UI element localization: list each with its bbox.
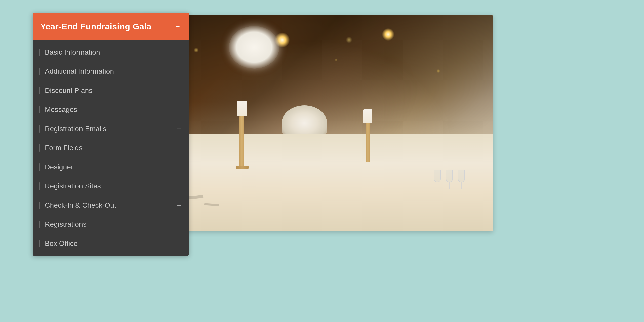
sidebar-header: Year-End Fundraising Gala − [33, 13, 189, 40]
nav-indicator [39, 106, 40, 113]
nav-item-label: Form Fields [45, 144, 83, 152]
sidebar-item-additional-information[interactable]: Additional Information [33, 62, 189, 81]
sidebar-item-discount-plans[interactable]: Discount Plans [33, 81, 189, 100]
sidebar-item-registrations[interactable]: Registrations [33, 215, 189, 234]
sidebar-item-form-fields[interactable]: Form Fields [33, 138, 189, 157]
sidebar-item-registration-sites[interactable]: Registration Sites [33, 177, 189, 196]
nav-indicator [39, 240, 40, 247]
sidebar-item-check-in-check-out[interactable]: Check-In & Check-Out + [33, 196, 189, 215]
nav-indicator [39, 182, 40, 190]
nav-item-label: Registration Emails [45, 125, 106, 133]
sidebar-item-box-office[interactable]: Box Office [33, 234, 189, 253]
main-container: Year-End Fundraising Gala − Basic Inform… [33, 13, 189, 256]
nav-indicator [39, 49, 40, 56]
nav-item-label: Messages [45, 106, 77, 114]
candle-right [366, 122, 370, 162]
nav-indicator [39, 144, 40, 152]
nav-item-label: Box Office [45, 239, 78, 248]
nav-item-label: Discount Plans [45, 87, 93, 95]
sidebar-item-basic-information[interactable]: Basic Information [33, 43, 189, 62]
wine-glass [434, 170, 441, 192]
sidebar: Year-End Fundraising Gala − Basic Inform… [33, 13, 189, 256]
expand-icon[interactable]: + [177, 202, 181, 209]
nav-item-label: Registrations [45, 220, 87, 228]
sidebar-item-messages[interactable]: Messages [33, 100, 189, 119]
wine-glass [446, 170, 453, 192]
sidebar-item-designer[interactable]: Designer + [33, 157, 189, 177]
flower-arrangement [229, 26, 279, 69]
expand-icon[interactable]: + [177, 163, 181, 171]
nav-item-label: Additional Information [45, 67, 114, 75]
glasses-right-group [434, 170, 465, 192]
sidebar-item-registration-emails[interactable]: Registration Emails + [33, 119, 189, 138]
ceiling-light [382, 28, 394, 41]
sidebar-nav: Basic Information Additional Information… [33, 40, 189, 256]
nav-indicator [39, 221, 40, 228]
nav-indicator [39, 163, 40, 171]
event-photo [141, 15, 493, 231]
bokeh-light [335, 58, 338, 61]
expand-icon[interactable]: + [177, 125, 181, 133]
nav-item-label: Registration Sites [45, 182, 101, 190]
nav-item-label: Basic Information [45, 48, 100, 56]
nav-indicator [39, 202, 40, 209]
bokeh-light [346, 37, 352, 43]
nav-item-label: Check-In & Check-Out [45, 201, 116, 209]
candle-left [239, 116, 244, 167]
sidebar-collapse-button[interactable]: − [174, 23, 181, 30]
bokeh-light [194, 48, 199, 53]
hero-photo [141, 15, 493, 231]
nav-indicator [39, 125, 40, 133]
sidebar-title: Year-End Fundraising Gala [40, 22, 151, 31]
nav-item-label: Designer [45, 163, 73, 171]
bokeh-light [436, 69, 440, 73]
wine-glass [458, 170, 465, 192]
candle-base [236, 166, 249, 169]
nav-indicator [39, 87, 40, 94]
nav-indicator [39, 68, 40, 75]
